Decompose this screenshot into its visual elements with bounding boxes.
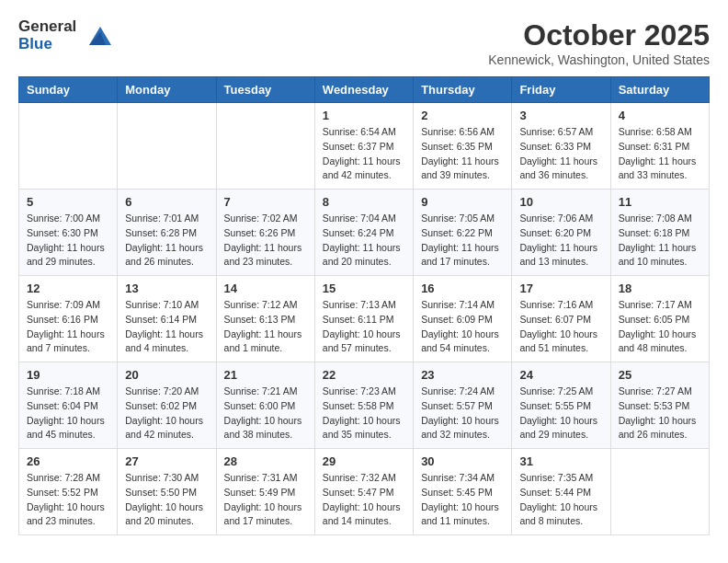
day-number: 13 xyxy=(125,282,208,295)
day-info: Sunrise: 7:01 AM Sunset: 6:28 PM Dayligh… xyxy=(125,212,208,270)
col-tuesday: Tuesday xyxy=(216,77,314,103)
day-number: 30 xyxy=(421,454,504,468)
day-number: 9 xyxy=(421,195,504,209)
day-info: Sunrise: 7:10 AM Sunset: 6:14 PM Dayligh… xyxy=(125,298,208,356)
day-number: 24 xyxy=(519,368,602,382)
day-number: 22 xyxy=(323,368,405,382)
day-number: 17 xyxy=(519,282,602,295)
day-number: 15 xyxy=(323,282,405,295)
day-info: Sunrise: 7:31 AM Sunset: 5:49 PM Dayligh… xyxy=(224,471,307,529)
day-info: Sunrise: 7:16 AM Sunset: 6:07 PM Dayligh… xyxy=(519,298,602,356)
day-number: 18 xyxy=(619,282,701,295)
day-number: 28 xyxy=(224,454,307,468)
day-info: Sunrise: 7:20 AM Sunset: 6:02 PM Dayligh… xyxy=(125,385,208,442)
day-info: Sunrise: 7:28 AM Sunset: 5:52 PM Dayligh… xyxy=(27,471,109,529)
day-info: Sunrise: 7:25 AM Sunset: 5:55 PM Dayligh… xyxy=(519,385,602,442)
calendar-table: Sunday Monday Tuesday Wednesday Thursday… xyxy=(18,76,710,535)
day-info: Sunrise: 7:05 AM Sunset: 6:22 PM Dayligh… xyxy=(421,212,504,270)
title-area: October 2025 Kennewick, Washington, Unit… xyxy=(488,18,710,67)
calendar-week-row: 1Sunrise: 6:54 AM Sunset: 6:37 PM Daylig… xyxy=(19,103,710,190)
table-row: 8Sunrise: 7:04 AM Sunset: 6:24 PM Daylig… xyxy=(314,190,413,276)
day-number: 1 xyxy=(323,109,405,122)
day-number: 23 xyxy=(421,368,504,382)
day-info: Sunrise: 6:57 AM Sunset: 6:33 PM Dayligh… xyxy=(519,125,602,183)
day-info: Sunrise: 7:04 AM Sunset: 6:24 PM Dayligh… xyxy=(323,212,405,270)
table-row: 15Sunrise: 7:13 AM Sunset: 6:11 PM Dayli… xyxy=(314,276,413,362)
logo-icon xyxy=(80,19,113,52)
day-number: 29 xyxy=(323,454,405,468)
day-info: Sunrise: 7:06 AM Sunset: 6:20 PM Dayligh… xyxy=(519,212,602,270)
day-number: 20 xyxy=(125,368,208,382)
day-info: Sunrise: 7:21 AM Sunset: 6:00 PM Dayligh… xyxy=(224,385,307,442)
table-row: 2Sunrise: 6:56 AM Sunset: 6:35 PM Daylig… xyxy=(414,103,512,190)
day-number: 14 xyxy=(224,282,307,295)
day-number: 19 xyxy=(27,368,109,382)
day-info: Sunrise: 7:13 AM Sunset: 6:11 PM Dayligh… xyxy=(323,298,405,356)
day-info: Sunrise: 6:58 AM Sunset: 6:31 PM Dayligh… xyxy=(619,125,701,183)
month-title: October 2025 xyxy=(488,18,710,52)
day-number: 11 xyxy=(619,195,701,209)
day-info: Sunrise: 6:54 AM Sunset: 6:37 PM Dayligh… xyxy=(323,125,405,183)
table-row: 30Sunrise: 7:34 AM Sunset: 5:45 PM Dayli… xyxy=(414,449,512,535)
logo-blue: Blue xyxy=(18,36,76,53)
table-row: 19Sunrise: 7:18 AM Sunset: 6:04 PM Dayli… xyxy=(19,362,118,449)
table-row: 29Sunrise: 7:32 AM Sunset: 5:47 PM Dayli… xyxy=(314,449,413,535)
table-row xyxy=(19,103,118,190)
calendar-header-row: Sunday Monday Tuesday Wednesday Thursday… xyxy=(19,77,710,103)
day-info: Sunrise: 7:23 AM Sunset: 5:58 PM Dayligh… xyxy=(323,385,405,442)
day-number: 3 xyxy=(519,109,602,122)
calendar-week-row: 19Sunrise: 7:18 AM Sunset: 6:04 PM Dayli… xyxy=(19,362,710,449)
table-row: 10Sunrise: 7:06 AM Sunset: 6:20 PM Dayli… xyxy=(512,190,610,276)
table-row: 20Sunrise: 7:20 AM Sunset: 6:02 PM Dayli… xyxy=(118,362,216,449)
day-number: 27 xyxy=(125,454,208,468)
day-number: 7 xyxy=(224,195,307,209)
day-info: Sunrise: 7:08 AM Sunset: 6:18 PM Dayligh… xyxy=(619,212,701,270)
day-number: 16 xyxy=(421,282,504,295)
day-info: Sunrise: 7:12 AM Sunset: 6:13 PM Dayligh… xyxy=(224,298,307,356)
day-number: 25 xyxy=(619,368,701,382)
table-row: 12Sunrise: 7:09 AM Sunset: 6:16 PM Dayli… xyxy=(19,276,118,362)
day-info: Sunrise: 7:17 AM Sunset: 6:05 PM Dayligh… xyxy=(619,298,701,356)
day-info: Sunrise: 7:00 AM Sunset: 6:30 PM Dayligh… xyxy=(27,212,109,270)
table-row: 4Sunrise: 6:58 AM Sunset: 6:31 PM Daylig… xyxy=(610,103,709,190)
table-row xyxy=(610,449,709,535)
day-info: Sunrise: 7:35 AM Sunset: 5:44 PM Dayligh… xyxy=(519,471,602,529)
col-friday: Friday xyxy=(512,77,610,103)
day-info: Sunrise: 6:56 AM Sunset: 6:35 PM Dayligh… xyxy=(421,125,504,183)
calendar-week-row: 5Sunrise: 7:00 AM Sunset: 6:30 PM Daylig… xyxy=(19,190,710,276)
page-header: General Blue October 2025 Kennewick, Was… xyxy=(18,18,710,67)
day-number: 8 xyxy=(323,195,405,209)
table-row: 22Sunrise: 7:23 AM Sunset: 5:58 PM Dayli… xyxy=(314,362,413,449)
table-row: 14Sunrise: 7:12 AM Sunset: 6:13 PM Dayli… xyxy=(216,276,314,362)
day-number: 21 xyxy=(224,368,307,382)
table-row: 17Sunrise: 7:16 AM Sunset: 6:07 PM Dayli… xyxy=(512,276,610,362)
table-row: 13Sunrise: 7:10 AM Sunset: 6:14 PM Dayli… xyxy=(118,276,216,362)
day-number: 12 xyxy=(27,282,109,295)
day-info: Sunrise: 7:09 AM Sunset: 6:16 PM Dayligh… xyxy=(27,298,109,356)
day-info: Sunrise: 7:34 AM Sunset: 5:45 PM Dayligh… xyxy=(421,471,504,529)
day-info: Sunrise: 7:18 AM Sunset: 6:04 PM Dayligh… xyxy=(27,385,109,442)
table-row: 26Sunrise: 7:28 AM Sunset: 5:52 PM Dayli… xyxy=(19,449,118,535)
col-saturday: Saturday xyxy=(610,77,709,103)
table-row: 28Sunrise: 7:31 AM Sunset: 5:49 PM Dayli… xyxy=(216,449,314,535)
day-number: 2 xyxy=(421,109,504,122)
calendar-week-row: 12Sunrise: 7:09 AM Sunset: 6:16 PM Dayli… xyxy=(19,276,710,362)
table-row: 5Sunrise: 7:00 AM Sunset: 6:30 PM Daylig… xyxy=(19,190,118,276)
table-row xyxy=(216,103,314,190)
logo-general: General xyxy=(18,18,76,36)
col-monday: Monday xyxy=(118,77,216,103)
day-number: 26 xyxy=(27,454,109,468)
day-info: Sunrise: 7:02 AM Sunset: 6:26 PM Dayligh… xyxy=(224,212,307,270)
table-row: 7Sunrise: 7:02 AM Sunset: 6:26 PM Daylig… xyxy=(216,190,314,276)
table-row: 31Sunrise: 7:35 AM Sunset: 5:44 PM Dayli… xyxy=(512,449,610,535)
day-info: Sunrise: 7:30 AM Sunset: 5:50 PM Dayligh… xyxy=(125,471,208,529)
table-row: 24Sunrise: 7:25 AM Sunset: 5:55 PM Dayli… xyxy=(512,362,610,449)
table-row: 11Sunrise: 7:08 AM Sunset: 6:18 PM Dayli… xyxy=(610,190,709,276)
day-info: Sunrise: 7:24 AM Sunset: 5:57 PM Dayligh… xyxy=(421,385,504,442)
table-row: 6Sunrise: 7:01 AM Sunset: 6:28 PM Daylig… xyxy=(118,190,216,276)
day-info: Sunrise: 7:27 AM Sunset: 5:53 PM Dayligh… xyxy=(619,385,701,442)
table-row: 9Sunrise: 7:05 AM Sunset: 6:22 PM Daylig… xyxy=(414,190,512,276)
col-thursday: Thursday xyxy=(414,77,512,103)
day-number: 10 xyxy=(519,195,602,209)
calendar-week-row: 26Sunrise: 7:28 AM Sunset: 5:52 PM Dayli… xyxy=(19,449,710,535)
